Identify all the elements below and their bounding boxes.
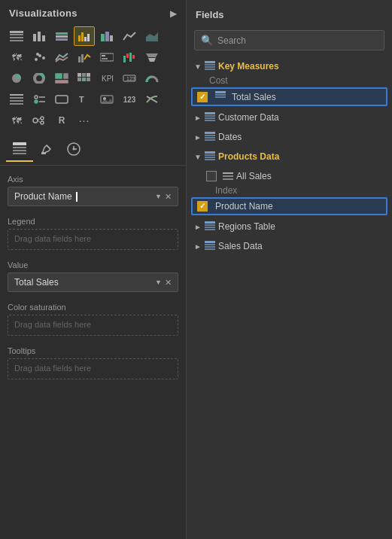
search-box[interactable]: 🔍 Search <box>194 30 384 50</box>
viz-icon-image[interactable] <box>96 90 117 109</box>
viz-icon-kpi[interactable]: KPI <box>96 69 117 88</box>
viz-icon-line-cluster[interactable] <box>51 47 72 67</box>
color-saturation-label: Color saturation <box>8 301 178 312</box>
viz-row-2: 🗺 <box>6 47 180 67</box>
viz-icon-table[interactable] <box>6 26 27 46</box>
svg-rect-99 <box>205 244 215 245</box>
svg-rect-39 <box>82 73 86 77</box>
viz-icon-shape[interactable] <box>51 90 72 109</box>
viz-icon-filled-map[interactable]: 🗺 <box>6 111 27 130</box>
regions-table-item[interactable]: ► Regions Table <box>187 217 392 236</box>
viz-icon-clustered-bar[interactable] <box>74 26 95 46</box>
customer-data-label: Customer Data <box>218 112 386 123</box>
svg-rect-25 <box>102 55 105 56</box>
tab-fields[interactable] <box>6 138 33 162</box>
viz-icon-decomp-tree[interactable] <box>29 111 50 130</box>
viz-icon-number[interactable]: 123 <box>119 90 140 109</box>
regions-table-icon <box>205 221 218 233</box>
tooltips-drop-zone[interactable]: Drag data fields here <box>8 358 178 379</box>
svg-rect-93 <box>223 178 233 180</box>
value-dropdown-icon[interactable]: ▼ <box>155 279 162 286</box>
viz-icon-pie[interactable] <box>6 69 27 88</box>
svg-rect-101 <box>205 248 215 250</box>
svg-rect-1 <box>10 34 23 35</box>
axis-pill[interactable]: Product Name ▼ ✕ <box>8 187 178 206</box>
tab-analytics[interactable] <box>60 138 87 162</box>
value-pill-controls: ▼ ✕ <box>155 278 172 288</box>
viz-tabs <box>0 133 186 166</box>
viz-icon-r-visual[interactable]: R <box>51 111 72 130</box>
search-input[interactable]: Search <box>217 35 246 46</box>
viz-icon-slicer[interactable] <box>29 90 50 109</box>
viz-icon-text[interactable]: T <box>74 90 95 109</box>
viz-icon-multi-row-card[interactable] <box>6 90 27 109</box>
viz-icon-matrix[interactable] <box>74 69 95 88</box>
products-data-header[interactable]: ▼ Products Data <box>187 147 392 166</box>
dates-chevron: ► <box>194 133 205 142</box>
viz-icon-ribbon[interactable] <box>96 47 117 67</box>
viz-panel-header: Visualizations ▶ <box>0 0 186 25</box>
products-data-label: Products Data <box>218 151 386 162</box>
value-remove-icon[interactable]: ✕ <box>165 278 172 288</box>
viz-icon-other[interactable] <box>141 90 163 109</box>
svg-rect-85 <box>205 137 215 139</box>
viz-icon-area[interactable] <box>141 26 163 46</box>
products-data-icon <box>205 151 218 163</box>
all-sales-item[interactable]: All Sales <box>187 166 392 186</box>
viz-icon-map[interactable]: 🗺 <box>6 47 27 67</box>
index-label-partial: Index <box>215 186 237 196</box>
viz-icon-waterfall[interactable] <box>119 47 140 67</box>
customer-data-item[interactable]: ► Customer Data <box>187 108 392 127</box>
cost-partial-row: Cost <box>187 76 392 86</box>
viz-icon-more[interactable]: ··· <box>74 111 95 130</box>
panel-expand-icon[interactable]: ▶ <box>170 8 177 19</box>
legend-drop-zone[interactable]: Drag data fields here <box>8 229 178 250</box>
viz-icon-line[interactable] <box>119 26 140 46</box>
svg-point-21 <box>36 53 39 56</box>
total-sales-checkbox[interactable]: ✓ <box>197 92 208 102</box>
svg-rect-9 <box>56 38 68 41</box>
svg-rect-41 <box>77 78 81 81</box>
svg-rect-77 <box>215 94 226 96</box>
svg-rect-96 <box>205 227 215 228</box>
viz-icon-gauge[interactable] <box>141 69 163 88</box>
svg-point-20 <box>42 56 45 59</box>
value-pill-text: Total Sales <box>14 277 59 288</box>
svg-rect-29 <box>129 53 132 62</box>
viz-icon-stacked-bar[interactable] <box>51 26 72 46</box>
viz-icon-donut[interactable] <box>29 69 50 88</box>
tooltips-section: Tooltips Drag data fields here <box>0 340 186 384</box>
svg-marker-32 <box>148 58 156 62</box>
tab-format[interactable] <box>33 138 60 162</box>
viz-icon-funnel[interactable] <box>141 47 163 67</box>
viz-icon-bar[interactable] <box>29 26 50 46</box>
dates-item[interactable]: ► Dates <box>187 127 392 147</box>
color-saturation-drop-zone[interactable]: Drag data fields here <box>8 315 178 336</box>
product-name-checkbox[interactable]: ✓ <box>197 201 208 212</box>
value-pill[interactable]: Total Sales ▼ ✕ <box>8 273 178 292</box>
total-sales-label: Total Sales <box>232 92 276 102</box>
all-sales-checkbox[interactable] <box>206 171 217 181</box>
customer-data-chevron: ► <box>194 114 205 122</box>
viz-icon-treemap[interactable] <box>51 69 72 88</box>
key-measures-header[interactable]: ▼ Key Measures <box>187 56 392 76</box>
svg-rect-80 <box>205 115 215 117</box>
product-name-highlighted[interactable]: ✓ Product Name <box>191 197 387 215</box>
svg-rect-4 <box>33 34 36 41</box>
viz-icon-placeholder-1 <box>96 111 117 130</box>
sales-data-item[interactable]: ► Sales Data <box>187 236 392 256</box>
axis-pill-controls: ▼ ✕ <box>155 192 172 202</box>
viz-icon-scatter[interactable] <box>29 47 50 67</box>
viz-icon-combo[interactable] <box>74 47 95 67</box>
svg-rect-6 <box>42 35 45 41</box>
svg-rect-65 <box>13 147 26 148</box>
total-sales-highlighted[interactable]: ✓ Total Sales <box>191 87 387 106</box>
svg-rect-14 <box>101 34 105 41</box>
viz-icon-card[interactable]: 123 <box>119 69 140 88</box>
value-label: Value <box>8 259 178 270</box>
svg-rect-74 <box>205 66 215 68</box>
viz-icon-100-bar[interactable] <box>96 26 117 46</box>
svg-rect-84 <box>205 135 215 136</box>
axis-remove-icon[interactable]: ✕ <box>165 192 172 202</box>
axis-dropdown-icon[interactable]: ▼ <box>155 193 162 200</box>
